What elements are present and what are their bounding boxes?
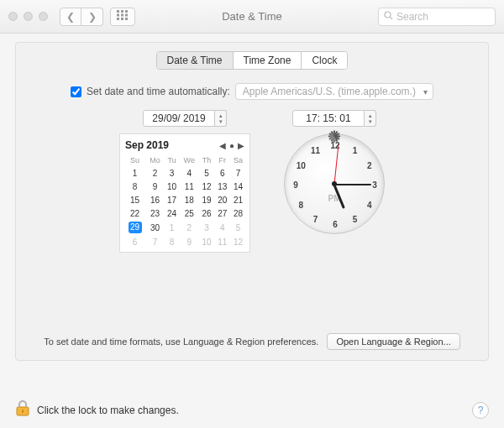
minimize-window-button[interactable]: [24, 12, 33, 21]
svg-rect-1: [121, 10, 123, 13]
calendar-day[interactable]: 10: [199, 235, 215, 248]
calendar-day[interactable]: 10: [164, 180, 180, 193]
date-field[interactable]: 29/09/ 2019: [143, 110, 215, 127]
calendar-day[interactable]: 25: [180, 206, 199, 220]
caret-up-icon: ▴: [219, 112, 223, 118]
calendar-day[interactable]: 16: [146, 193, 164, 206]
auto-set-checkbox[interactable]: [71, 86, 81, 97]
calendar-day[interactable]: 19: [199, 193, 215, 206]
calendar-day[interactable]: 1: [164, 220, 180, 235]
clock-number: 4: [363, 200, 376, 209]
clock-number: 1: [349, 146, 362, 155]
caret-down-icon: ▾: [369, 118, 372, 124]
time-column: 17: 15: 01 ▴ ▾ PM 123456789101112: [284, 110, 385, 234]
calendar-day[interactable]: 11: [214, 235, 230, 248]
calendar-day[interactable]: 7: [146, 235, 164, 248]
calendar-day[interactable]: 23: [146, 206, 164, 220]
calendar[interactable]: Sep 2019 ◀ ● ▶ SuMoTuWeThFrSa 1234567891…: [119, 133, 250, 253]
calendar-today-button[interactable]: ●: [229, 141, 234, 150]
svg-point-9: [385, 12, 391, 18]
caret-down-icon: ▾: [219, 118, 223, 124]
caret-up-icon: ▴: [369, 112, 372, 118]
svg-rect-5: [125, 14, 128, 17]
calendar-day[interactable]: 8: [164, 235, 180, 248]
auto-set-row: Set date and time automatically: Apple A…: [29, 83, 475, 100]
time-server-value: Apple Americas/U.S. (time.apple.com.): [243, 86, 416, 97]
calendar-day[interactable]: 28: [230, 206, 246, 220]
svg-rect-2: [125, 10, 128, 13]
show-all-button[interactable]: [110, 8, 135, 26]
tab-clock[interactable]: Clock: [301, 52, 347, 69]
help-button[interactable]: ?: [472, 402, 489, 419]
time-stepper[interactable]: ▴ ▾: [365, 110, 376, 127]
calendar-weekday-header: Th: [199, 154, 215, 166]
svg-line-10: [390, 17, 392, 19]
calendar-day[interactable]: 20: [214, 193, 230, 206]
calendar-day[interactable]: 24: [164, 206, 180, 220]
calendar-nav: ◀ ● ▶: [219, 141, 244, 150]
calendar-day[interactable]: 14: [230, 180, 246, 193]
calendar-day[interactable]: 6: [123, 235, 146, 248]
calendar-day[interactable]: 22: [123, 206, 146, 220]
calendar-day[interactable]: 12: [199, 180, 215, 193]
clock-number: 9: [289, 180, 302, 190]
calendar-prev-button[interactable]: ◀: [219, 141, 226, 150]
calendar-month-year: Sep 2019: [125, 139, 169, 151]
zoom-window-button[interactable]: [39, 12, 48, 21]
calendar-day[interactable]: 29: [123, 220, 146, 235]
lock-icon[interactable]: [15, 400, 30, 420]
calendar-day[interactable]: 8: [123, 180, 146, 193]
back-button[interactable]: ❮: [60, 8, 81, 26]
calendar-day[interactable]: 2: [146, 166, 164, 180]
chevron-right-icon: ❯: [88, 11, 97, 23]
calendar-day[interactable]: 5: [230, 220, 246, 235]
svg-rect-3: [117, 14, 119, 17]
calendar-day[interactable]: 4: [180, 166, 199, 180]
svg-rect-8: [125, 18, 128, 20]
svg-rect-4: [121, 14, 123, 17]
clock-number: 5: [349, 214, 362, 223]
calendar-day[interactable]: 4: [214, 220, 230, 235]
calendar-day[interactable]: 6: [214, 166, 230, 180]
calendar-day[interactable]: 3: [164, 166, 180, 180]
calendar-day[interactable]: 5: [199, 166, 215, 180]
svg-rect-0: [117, 10, 119, 13]
calendar-day[interactable]: 21: [230, 193, 246, 206]
clock-number: 6: [328, 220, 342, 229]
open-language-region-button[interactable]: Open Language & Region...: [327, 333, 459, 350]
svg-rect-12: [22, 410, 24, 413]
tab-time-zone[interactable]: Time Zone: [233, 52, 302, 69]
lock-row: Click the lock to make changes. ?: [15, 400, 489, 420]
calendar-day[interactable]: 11: [180, 180, 199, 193]
calendar-day[interactable]: 12: [230, 235, 246, 248]
tab-date-time[interactable]: Date & Time: [157, 52, 233, 69]
search-placeholder: Search: [396, 11, 428, 23]
chevron-left-icon: ❮: [66, 11, 75, 23]
auto-set-label: Set date and time automatically:: [87, 86, 230, 97]
calendar-day[interactable]: 15: [123, 193, 146, 206]
calendar-day[interactable]: 9: [180, 235, 199, 248]
calendar-day[interactable]: 9: [146, 180, 164, 193]
calendar-next-button[interactable]: ▶: [238, 141, 244, 150]
calendar-day[interactable]: 18: [180, 193, 199, 206]
calendar-day[interactable]: 26: [199, 206, 215, 220]
time-server-select[interactable]: Apple Americas/U.S. (time.apple.com.) ▾: [235, 83, 433, 100]
nav-buttons: ❮ ❯: [60, 8, 103, 26]
clock-number: 11: [309, 146, 323, 155]
date-stepper[interactable]: ▴ ▾: [215, 110, 227, 127]
calendar-day[interactable]: 27: [214, 206, 230, 220]
calendar-day[interactable]: 30: [146, 220, 164, 235]
calendar-day[interactable]: 3: [199, 220, 215, 235]
calendar-day[interactable]: 7: [230, 166, 246, 180]
time-field[interactable]: 17: 15: 01: [292, 110, 365, 127]
clock-number: 3: [368, 180, 381, 190]
clock-number: 12: [328, 141, 342, 150]
preferences-panel: Date & TimeTime ZoneClock Set date and t…: [15, 42, 489, 361]
forward-button[interactable]: ❯: [81, 8, 103, 26]
calendar-day[interactable]: 1: [123, 166, 146, 180]
calendar-day[interactable]: 2: [180, 220, 199, 235]
search-input[interactable]: Search: [378, 8, 496, 26]
calendar-day[interactable]: 17: [164, 193, 180, 206]
close-window-button[interactable]: [8, 12, 18, 21]
calendar-day[interactable]: 13: [214, 180, 230, 193]
